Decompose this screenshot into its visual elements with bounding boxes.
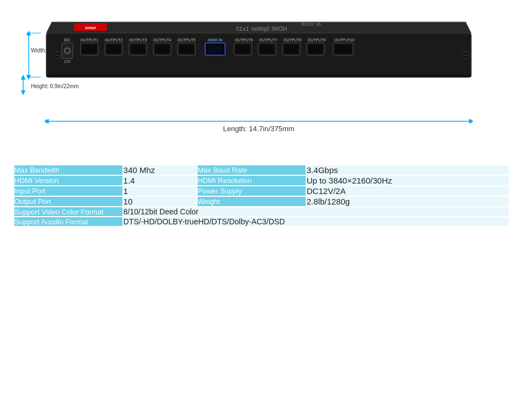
input-port-label: Input Port bbox=[14, 186, 123, 196]
output-port-label: Output Port bbox=[14, 196, 123, 207]
dc-port-label: DC bbox=[64, 37, 71, 42]
output8-connector bbox=[285, 45, 298, 53]
height-label: Height: 0.9in/22mm bbox=[31, 83, 79, 89]
spec-row-2: HDMI Version 1.4 HDMI Resolution Up to 3… bbox=[14, 175, 509, 186]
spec-row-audio: Support Auodio Format DTS/-HD/DOLBY-true… bbox=[14, 217, 509, 227]
spec-row-video: Support Video Color Format 8/10/12bit De… bbox=[14, 207, 509, 217]
video-color-label: Support Video Color Format bbox=[14, 207, 123, 217]
output2-connector bbox=[107, 45, 120, 53]
max-bandwith-label: Max Bandwith bbox=[14, 165, 123, 175]
max-bandwith-value: 340 Mhz bbox=[123, 165, 198, 175]
hdmi-version-label: HDMI Version bbox=[14, 175, 123, 186]
audio-format-label: Support Auodio Format bbox=[14, 217, 123, 227]
device-top-label: HDMI Splitter 1x10 bbox=[236, 25, 287, 32]
hdmi-version-value: 1.4 bbox=[123, 175, 198, 186]
power-supply-label: Power Supply bbox=[197, 186, 306, 196]
screw-tl-inner bbox=[56, 54, 58, 56]
output4-label: OUTPUT4 bbox=[153, 38, 172, 42]
hdmi-in-connector bbox=[207, 45, 223, 53]
hdmi-logo-text: hdmi bbox=[85, 25, 95, 30]
spec-row-1: Max Bandwith 340 Mhz Max Baud Rate 3.4Gb… bbox=[14, 165, 509, 175]
output6-label: OUTPUT6 bbox=[235, 38, 253, 42]
output5-connector bbox=[180, 45, 193, 53]
length-label: Length: 14.7in/375mm bbox=[223, 125, 294, 133]
output1-label: OUTPUT1 bbox=[81, 38, 99, 42]
output1-connector bbox=[83, 45, 96, 53]
specs-section: Max Bandwith 340 Mhz Max Baud Rate 3.4Gb… bbox=[11, 164, 512, 227]
hdmi-in-label: HDMI IN bbox=[208, 38, 223, 42]
output8-label: OUTPUT8 bbox=[284, 38, 302, 42]
max-baud-rate-value: 3.4Gbps bbox=[306, 165, 509, 175]
output-port-value: 10 bbox=[123, 196, 198, 207]
output10-label: OUTPUT10 bbox=[334, 38, 355, 42]
output3-connector bbox=[131, 45, 145, 53]
spec-row-4: Output Port 10 Weight 2.8lb/1280g bbox=[14, 196, 509, 207]
weight-label: Weight bbox=[197, 196, 306, 207]
output10-connector bbox=[335, 45, 351, 53]
output9-label: OUTPUT9 bbox=[308, 38, 326, 42]
screw-tr-inner bbox=[465, 54, 467, 56]
device-brand-label: 4K HDMI bbox=[301, 21, 322, 27]
dc-voltage-label: 12V bbox=[64, 60, 71, 63]
device-image-section: Width: 3.5in/89mm Height: 0.9in/22mm HDM… bbox=[11, 6, 512, 160]
output3-label: OUTPUT3 bbox=[129, 38, 147, 42]
output4-connector bbox=[156, 45, 169, 53]
output7-connector bbox=[260, 45, 274, 53]
power-supply-value: DC12V/2A bbox=[306, 186, 509, 196]
device-diagram: Width: 3.5in/89mm Height: 0.9in/22mm HDM… bbox=[19, 11, 504, 154]
hdmi-resolution-value: Up to 3840×2160/30Hz bbox=[306, 175, 509, 186]
weight-value: 2.8lb/1280g bbox=[306, 196, 509, 207]
output2-label: OUTPUT2 bbox=[105, 38, 123, 42]
device-bottom-edge bbox=[46, 75, 471, 77]
dc-port bbox=[62, 43, 73, 58]
output7-label: OUTPUT7 bbox=[259, 38, 277, 42]
input-port-value: 1 bbox=[123, 186, 198, 196]
audio-format-value: DTS/-HD/DOLBY-trueHD/DTS/Dolby-AC3/DSD bbox=[123, 217, 509, 227]
max-baud-rate-label: Max Baud Rate bbox=[197, 165, 306, 175]
spec-row-3: Input Port 1 Power Supply DC12V/2A bbox=[14, 186, 509, 196]
output5-label: OUTPUT5 bbox=[178, 38, 196, 42]
specs-table: Max Bandwith 340 Mhz Max Baud Rate 3.4Gb… bbox=[13, 164, 510, 227]
video-color-value: 8/10/12bit Deed Color bbox=[123, 207, 509, 217]
hdmi-resolution-label: HDMI Resolution bbox=[197, 175, 306, 186]
output9-connector bbox=[309, 45, 322, 53]
output6-connector bbox=[236, 45, 249, 53]
